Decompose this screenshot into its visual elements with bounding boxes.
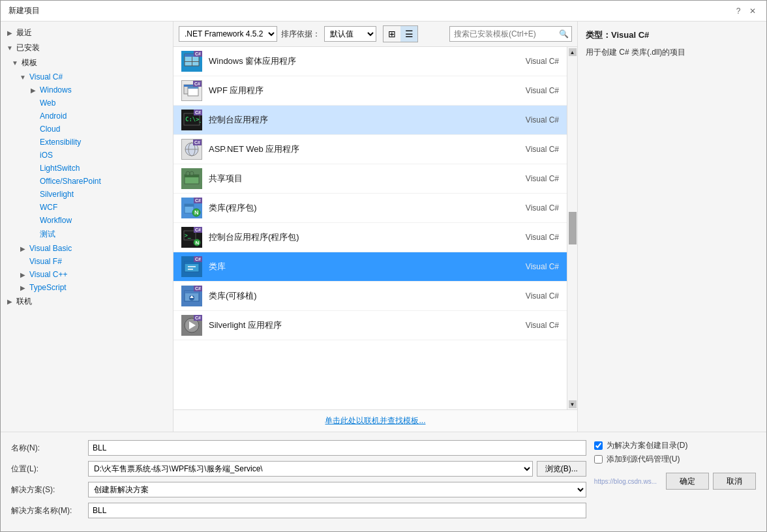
sidebar-item-templates[interactable]: 模板 <box>1 55 173 70</box>
sidebar-item-label-visualfsharp: Visual F# <box>29 257 62 266</box>
titlebar-buttons: ? ✕ <box>732 5 759 17</box>
template-icon-console-pkg: >_ N C# <box>181 227 202 248</box>
create-dir-checkbox[interactable] <box>594 441 603 450</box>
view-buttons: ⊞ ☰ <box>383 25 418 42</box>
sidebar-item-label-cloud: Cloud <box>40 125 60 134</box>
template-name-classlib: 类库 <box>209 261 500 273</box>
templates-list: C# Windows 窗体应用程序 Visual C# <box>173 47 567 409</box>
template-item-shared[interactable]: 共享项目 Visual C# <box>173 164 567 194</box>
svg-text:C:\>_: C:\>_ <box>185 116 201 123</box>
arrow-typescript <box>19 284 27 291</box>
bottom-controls: 为解决方案创建目录(D) 添加到源代码管理(U) https://blog.cs… <box>594 440 756 524</box>
sidebar-item-wcf[interactable]: WCF <box>1 201 173 214</box>
help-button[interactable]: ? <box>732 5 744 17</box>
search-box: 🔍 <box>449 26 572 42</box>
sidebar-item-typescript[interactable]: TypeScript <box>1 281 173 294</box>
framework-select[interactable]: .NET Framework 4.5.2 .NET Framework 4.0 … <box>179 26 277 42</box>
browse-button[interactable]: 浏览(B)... <box>537 461 586 477</box>
sidebar-item-cloud[interactable]: Cloud <box>1 123 173 136</box>
sidebar-item-label-extensibility: Extensibility <box>40 138 81 147</box>
sidebar-item-officesharepoint[interactable]: Office/SharePoint <box>1 175 173 188</box>
location-input-group: D:\火车售票系统-练习\WPF练习\服务端_Service\ 浏览(B)... <box>88 461 586 477</box>
sort-select[interactable]: 默认值 名称 类型 <box>324 26 376 42</box>
template-type-classlib: Visual C# <box>507 262 559 271</box>
form-row-name: 名称(N): <box>11 440 586 456</box>
template-item-windows-form[interactable]: C# Windows 窗体应用程序 Visual C# <box>173 47 567 76</box>
sidebar-item-label-workflow: Workflow <box>40 216 72 225</box>
tree-section: 最近 已安装 模板 Visual C# <box>1 24 173 310</box>
grid-view-button[interactable]: ⊞ <box>384 26 400 42</box>
template-name-asp: ASP.NET Web 应用程序 <box>209 143 500 155</box>
sidebar-item-recent[interactable]: 最近 <box>1 25 173 40</box>
search-input[interactable] <box>450 27 556 41</box>
template-type-windows-form: Visual C# <box>507 57 559 66</box>
template-item-nuget-lib[interactable]: N C# 类库(程序包) Visual C# <box>173 194 567 223</box>
sidebar-item-web[interactable]: Web <box>1 96 173 110</box>
scrollbar[interactable]: ▲ ▼ <box>567 47 577 409</box>
template-icon-silverlight: C# <box>181 315 202 336</box>
sidebar-item-windows[interactable]: Windows <box>1 83 173 96</box>
sort-label: 排序依据： <box>281 29 320 40</box>
sidebar-item-visualfsharp[interactable]: Visual F# <box>1 255 173 268</box>
name-input[interactable] <box>88 440 586 456</box>
sidebar-item-silverlight[interactable]: Silverlight <box>1 188 173 201</box>
find-templates-link[interactable]: 单击此处以联机并查找模板... <box>325 416 425 425</box>
sidebar-item-visualcpp[interactable]: Visual C++ <box>1 268 173 281</box>
cancel-button[interactable]: 取消 <box>713 473 756 490</box>
sidebar-item-test[interactable]: 测试 <box>1 227 173 242</box>
sidebar-item-network[interactable]: 联机 <box>1 294 173 309</box>
location-select[interactable]: D:\火车售票系统-练习\WPF练习\服务端_Service\ <box>88 461 533 477</box>
sidebar-item-installed[interactable]: 已安装 <box>1 40 173 55</box>
template-item-classlib[interactable]: C# 类库 Visual C# <box>173 252 567 282</box>
sidebar-item-label-ios: iOS <box>40 151 53 160</box>
list-view-button[interactable]: ☰ <box>400 26 417 42</box>
template-type-silverlight-app: Visual C# <box>507 321 559 330</box>
sidebar-item-visualbasic[interactable]: Visual Basic <box>1 242 173 255</box>
arrow-recent <box>6 29 14 37</box>
dialog-buttons: https://blog.csdn.ws... 确定 取消 <box>594 473 756 490</box>
sidebar-item-visualcsharp[interactable]: Visual C# <box>1 70 173 83</box>
template-item-asp[interactable]: C# ASP.NET Web 应用程序 Visual C# <box>173 135 567 164</box>
template-name-console-pkg: 控制台应用程序(程序包) <box>209 231 500 243</box>
template-item-wpf[interactable]: C# WPF 应用程序 Visual C# <box>173 76 567 106</box>
sidebar-item-label-officesharepoint: Office/SharePoint <box>40 177 101 186</box>
add-to-source-checkbox[interactable] <box>594 455 603 464</box>
close-button[interactable]: ✕ <box>747 5 759 17</box>
template-type-console-pkg: Visual C# <box>507 233 559 242</box>
sidebar-item-extensibility[interactable]: Extensibility <box>1 136 173 149</box>
solution-name-input[interactable] <box>88 503 586 518</box>
right-panel-description: 用于创建 C# 类库(.dll)的项目 <box>586 46 759 58</box>
template-name-console: 控制台应用程序 <box>209 114 500 126</box>
toolbar: .NET Framework 4.5.2 .NET Framework 4.0 … <box>173 22 577 47</box>
sidebar-item-workflow[interactable]: Workflow <box>1 214 173 227</box>
sidebar-item-lightswitch[interactable]: LightSwitch <box>1 162 173 175</box>
bottom-forms: 名称(N): 位置(L): D:\火车售票系统-练习\WPF练习\服务端_Ser… <box>11 440 586 524</box>
main-content: 最近 已安装 模板 Visual C# <box>1 22 766 432</box>
svg-point-16 <box>190 171 194 175</box>
template-name-portable: 类库(可移植) <box>209 290 500 302</box>
template-name-windows-form: Windows 窗体应用程序 <box>209 55 500 67</box>
ok-button[interactable]: 确定 <box>666 473 709 490</box>
template-item-silverlight[interactable]: C# Silverlight 应用程序 Visual C# <box>173 311 567 340</box>
template-type-console: Visual C# <box>507 115 559 125</box>
sidebar-item-label-silverlight: Silverlight <box>40 190 74 199</box>
new-project-dialog: 新建项目 ? ✕ 最近 已安装 <box>0 0 767 532</box>
bottom-layout: 名称(N): 位置(L): D:\火车售票系统-练习\WPF练习\服务端_Ser… <box>11 440 756 524</box>
search-icon[interactable]: 🔍 <box>556 26 571 42</box>
template-item-console[interactable]: C:\>_ C# 控制台应用程序 Visual C# <box>173 106 567 135</box>
solution-select[interactable]: 创建新解决方案 <box>88 482 586 497</box>
svg-rect-7 <box>188 87 198 89</box>
right-panel-header: 类型：Visual C# <box>586 29 759 41</box>
sidebar-item-label-visualcpp: Visual C++ <box>29 270 67 279</box>
sidebar-item-android[interactable]: Android <box>1 110 173 123</box>
solution-label: 解决方案(S): <box>11 484 83 495</box>
location-label: 位置(L): <box>11 464 83 475</box>
template-item-console-pkg[interactable]: >_ N C# 控制台应用程序(程序包) Visual C# <box>173 223 567 252</box>
arrow-windows <box>29 87 37 94</box>
sidebar-item-label-templates: 模板 <box>22 57 37 68</box>
dialog-title: 新建项目 <box>8 5 40 16</box>
arrow-network <box>6 298 14 305</box>
sidebar-item-label-installed: 已安装 <box>16 42 40 53</box>
sidebar-item-ios[interactable]: iOS <box>1 149 173 162</box>
template-item-portable[interactable]: C# 类库(可移植) Visual C# <box>173 282 567 311</box>
